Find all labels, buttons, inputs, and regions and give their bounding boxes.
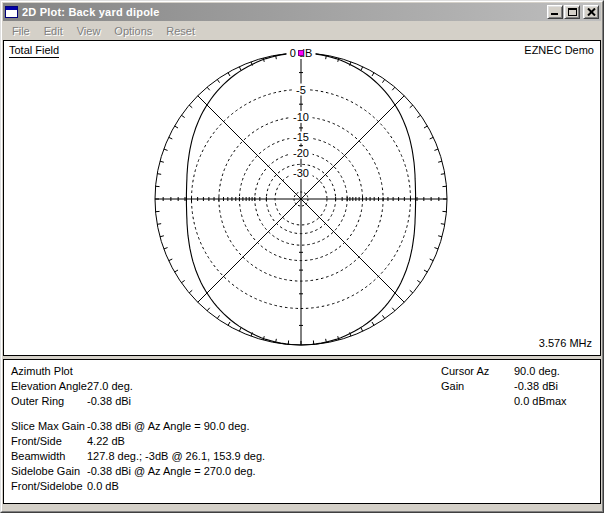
degree-tick <box>207 87 210 90</box>
degree-tick <box>361 67 363 71</box>
ring-label: -15 <box>293 131 309 143</box>
info-value: 0.0 dB <box>87 480 119 492</box>
degree-tick <box>438 161 442 162</box>
ring-label: -20 <box>293 147 309 159</box>
degree-tick <box>239 67 241 71</box>
degree-tick <box>181 115 184 117</box>
degree-tick <box>430 137 434 139</box>
degree-tick <box>401 299 404 302</box>
degree-tick <box>217 79 219 82</box>
maximize-icon <box>568 8 577 16</box>
degree-tick <box>228 322 230 325</box>
menu-options[interactable]: Options <box>112 24 154 38</box>
info-row: Elevation Angle27.0 deg. <box>11 379 133 394</box>
degree-tick <box>164 248 168 249</box>
degree-tick <box>217 315 219 318</box>
degree-tick <box>198 96 201 99</box>
degree-tick <box>189 105 192 108</box>
degree-tick <box>438 236 442 237</box>
degree-tick <box>175 270 178 272</box>
info-value: -0.38 dBi @ Az Angle = 270.0 deg. <box>87 465 256 477</box>
info-row: Front/Sidelobe0.0 dB <box>11 479 265 494</box>
degree-tick <box>382 79 384 82</box>
degree-tick <box>157 174 161 175</box>
menu-view[interactable]: View <box>75 24 103 38</box>
degree-tick <box>410 105 413 108</box>
demo-label: EZNEC Demo <box>524 44 594 56</box>
menu-bar: File Edit View Options Reset <box>3 21 601 40</box>
degree-tick <box>198 299 201 302</box>
menu-file[interactable]: File <box>10 24 32 38</box>
info-label: Beamwidth <box>11 449 87 464</box>
info-label: Azimuth Plot <box>11 364 87 379</box>
pattern-stats: Slice Max Gain-0.38 dBi @ Az Angle = 90.… <box>11 419 265 494</box>
info-row: Beamwidth127.8 deg.; -3dB @ 26.1, 153.9 … <box>11 449 265 464</box>
info-label: Sidelobe Gain <box>11 464 87 479</box>
maximize-button[interactable] <box>564 5 580 19</box>
window-title: 2D Plot: Back yard dipole <box>22 6 160 18</box>
info-row: Slice Max Gain-0.38 dBi @ Az Angle = 90.… <box>11 419 265 434</box>
plot-info-left: Azimuth Plot Elevation Angle27.0 deg. Ou… <box>11 364 133 409</box>
menu-edit[interactable]: Edit <box>42 24 65 38</box>
menu-reset[interactable]: Reset <box>164 24 197 38</box>
plot-cursor-marker[interactable] <box>299 51 304 56</box>
degree-tick <box>392 308 395 311</box>
minimize-icon <box>551 13 558 15</box>
ring-label: -5 <box>296 84 306 96</box>
degree-tick <box>382 315 384 318</box>
minimize-button[interactable] <box>547 5 563 19</box>
degree-tick <box>181 280 184 282</box>
close-icon <box>587 8 596 16</box>
degree-tick <box>441 174 445 175</box>
info-row: Azimuth Plot <box>11 364 133 379</box>
degree-tick <box>392 87 395 90</box>
title-bar[interactable]: 2D Plot: Back yard dipole <box>3 3 601 21</box>
info-row: 0.0 dBmax <box>441 394 567 409</box>
trace-label: Total Field <box>9 44 59 58</box>
info-value: 127.8 deg.; -3dB @ 26.1, 153.9 deg. <box>87 450 265 462</box>
info-label: Gain <box>441 379 514 394</box>
info-label: Elevation Angle <box>11 379 87 394</box>
degree-tick <box>164 149 168 150</box>
azimuth-polar-plot[interactable]: 0 dB-5-10-15-20-30 <box>4 41 600 355</box>
info-row: Gain-0.38 dBi <box>441 379 567 394</box>
info-value: -0.38 dBi @ Az Angle = 90.0 deg. <box>87 420 250 432</box>
info-label: Front/Side <box>11 434 87 449</box>
info-label: Cursor Az <box>441 364 514 379</box>
info-row: Cursor Az90.0 deg. <box>441 364 567 379</box>
info-value: 90.0 deg. <box>514 365 560 377</box>
degree-tick <box>372 73 374 76</box>
ring-label: -10 <box>293 111 309 123</box>
info-value: -0.38 dBi <box>87 395 131 407</box>
degree-tick <box>441 224 445 225</box>
degree-tick <box>207 308 210 311</box>
info-label: Front/Sidelobe <box>11 479 87 494</box>
eznec-2d-plot-window: { "window": { "title": "2D Plot: Back ya… <box>0 0 604 513</box>
info-label: Slice Max Gain <box>11 419 87 434</box>
degree-tick <box>410 290 413 293</box>
degree-tick <box>157 224 161 225</box>
degree-tick <box>434 248 438 249</box>
window-icon <box>5 6 18 18</box>
degree-tick <box>417 280 420 282</box>
degree-tick <box>175 126 178 128</box>
caption-buttons <box>546 5 599 19</box>
info-row: Outer Ring-0.38 dBi <box>11 394 133 409</box>
degree-tick <box>372 322 374 325</box>
degree-tick <box>239 328 241 332</box>
cursor-info: Cursor Az90.0 deg. Gain-0.38 dBi 0.0 dBm… <box>441 364 567 409</box>
degree-tick <box>361 328 363 332</box>
degree-tick <box>424 270 427 272</box>
polar-plot-svg: 0 dB-5-10-15-20-30 <box>4 41 600 355</box>
info-value: -0.38 dBi <box>514 380 558 392</box>
info-value: 27.0 deg. <box>87 380 133 392</box>
close-button[interactable] <box>583 5 599 19</box>
degree-tick <box>169 259 173 261</box>
degree-tick <box>160 236 164 237</box>
info-row: Sidelobe Gain-0.38 dBi @ Az Angle = 270.… <box>11 464 265 479</box>
degree-tick <box>189 290 192 293</box>
degree-tick <box>401 96 404 99</box>
plot-area: 0 dB-5-10-15-20-30 Total Field EZNEC Dem… <box>3 40 601 356</box>
frequency-label: 3.576 MHz <box>539 337 592 349</box>
info-value: 4.22 dB <box>87 435 125 447</box>
